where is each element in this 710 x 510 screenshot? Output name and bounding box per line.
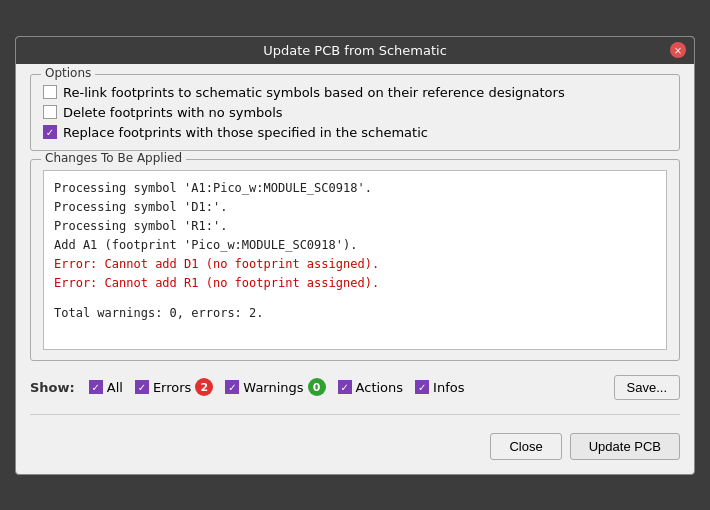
log-line-1: Processing symbol 'D1:'. — [54, 198, 656, 217]
update-pcb-button[interactable]: Update PCB — [570, 433, 680, 460]
show-errors: Errors 2 — [135, 378, 213, 396]
show-actions-label: Actions — [356, 380, 404, 395]
show-warnings-label: Warnings — [243, 380, 303, 395]
show-bar: Show: All Errors 2 Warnings 0 Actions — [30, 369, 680, 402]
close-icon[interactable]: × — [670, 42, 686, 58]
show-all: All — [89, 380, 123, 395]
show-all-label: All — [107, 380, 123, 395]
changes-group: Changes To Be Applied Processing symbol … — [30, 159, 680, 361]
show-warnings-checkbox[interactable] — [225, 380, 239, 394]
save-button[interactable]: Save... — [614, 375, 680, 400]
replace-checkbox[interactable] — [43, 125, 57, 139]
log-line-0: Processing symbol 'A1:Pico_w:MODULE_SC09… — [54, 179, 656, 198]
log-line-4: Error: Cannot add D1 (no footprint assig… — [54, 255, 656, 274]
delete-checkbox[interactable] — [43, 105, 57, 119]
warnings-badge: 0 — [308, 378, 326, 396]
log-line-3: Add A1 (footprint 'Pico_w:MODULE_SC0918'… — [54, 236, 656, 255]
options-group: Options Re-link footprints to schematic … — [30, 74, 680, 151]
dialog-title: Update PCB from Schematic — [263, 43, 447, 58]
delete-row: Delete footprints with no symbols — [43, 105, 667, 120]
errors-badge: 2 — [195, 378, 213, 396]
action-bar: Close Update PCB — [30, 427, 680, 464]
delete-label: Delete footprints with no symbols — [63, 105, 283, 120]
show-actions: Actions — [338, 380, 404, 395]
log-line-5: Error: Cannot add R1 (no footprint assig… — [54, 274, 656, 293]
dialog-content: Options Re-link footprints to schematic … — [16, 64, 694, 474]
changes-label: Changes To Be Applied — [41, 151, 186, 165]
log-area: Processing symbol 'A1:Pico_w:MODULE_SC09… — [43, 170, 667, 350]
show-label: Show: — [30, 380, 75, 395]
show-infos-label: Infos — [433, 380, 464, 395]
log-summary: Total warnings: 0, errors: 2. — [54, 304, 656, 323]
update-pcb-dialog: Update PCB from Schematic × Options Re-l… — [15, 36, 695, 475]
replace-row: Replace footprints with those specified … — [43, 125, 667, 140]
log-line-2: Processing symbol 'R1:'. — [54, 217, 656, 236]
show-errors-checkbox[interactable] — [135, 380, 149, 394]
show-all-checkbox[interactable] — [89, 380, 103, 394]
show-warnings: Warnings 0 — [225, 378, 325, 396]
options-label: Options — [41, 66, 95, 80]
divider — [30, 414, 680, 415]
show-infos-checkbox[interactable] — [415, 380, 429, 394]
relink-checkbox[interactable] — [43, 85, 57, 99]
close-button[interactable]: Close — [490, 433, 561, 460]
show-infos: Infos — [415, 380, 464, 395]
show-errors-label: Errors — [153, 380, 191, 395]
titlebar: Update PCB from Schematic × — [16, 37, 694, 64]
relink-label: Re-link footprints to schematic symbols … — [63, 85, 565, 100]
relink-row: Re-link footprints to schematic symbols … — [43, 85, 667, 100]
replace-label: Replace footprints with those specified … — [63, 125, 428, 140]
show-actions-checkbox[interactable] — [338, 380, 352, 394]
